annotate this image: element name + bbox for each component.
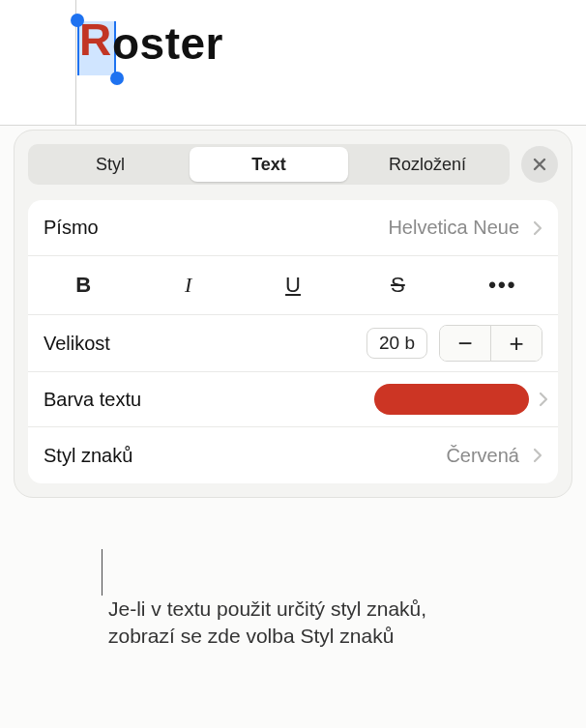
segmented-control: Styl Text Rozložení <box>28 144 510 185</box>
size-row: Velikost 20 b − + <box>28 315 558 372</box>
document-area: R oster <box>0 0 586 126</box>
font-row[interactable]: Písmo Helvetica Neue <box>28 200 558 256</box>
format-buttons-row: B I U S ••• <box>28 256 558 315</box>
strikethrough-button[interactable]: S <box>348 264 447 306</box>
underline-button[interactable]: U <box>244 264 342 306</box>
char-style-row[interactable]: Styl znaků Červená <box>28 427 558 483</box>
size-stepper: − + <box>439 325 542 362</box>
format-panel: Styl Text Rozložení Písmo Helvetica Neue… <box>14 130 572 498</box>
chevron-right-icon <box>539 392 548 407</box>
text-color-swatch[interactable] <box>374 384 529 415</box>
tab-text[interactable]: Text <box>190 147 348 182</box>
chevron-right-icon <box>533 448 542 463</box>
document-title-rest[interactable]: oster <box>112 17 223 70</box>
callout-leader-line <box>102 549 103 596</box>
font-label: Písmo <box>44 217 99 239</box>
callout-text: Je-li v textu použit určitý styl znaků, … <box>108 596 466 651</box>
format-card: Písmo Helvetica Neue B I U S ••• Velikos… <box>28 200 558 483</box>
text-color-label: Barva textu <box>44 389 141 411</box>
size-increase-button[interactable]: + <box>491 326 542 361</box>
selected-character[interactable]: R <box>79 14 111 66</box>
tab-style[interactable]: Styl <box>31 147 190 182</box>
panel-tabbar: Styl Text Rozložení <box>28 144 558 185</box>
bold-button[interactable]: B <box>34 264 132 306</box>
size-label: Velikost <box>44 333 110 355</box>
more-format-button[interactable]: ••• <box>454 264 552 306</box>
char-style-label: Styl znaků <box>44 445 132 467</box>
font-value: Helvetica Neue <box>388 217 519 239</box>
close-icon <box>532 157 547 172</box>
char-style-value: Červená <box>446 445 519 467</box>
chevron-right-icon <box>533 220 542 236</box>
italic-button[interactable]: I <box>138 264 237 306</box>
close-button[interactable] <box>521 146 558 183</box>
size-decrease-button[interactable]: − <box>440 326 490 361</box>
selection-handle-start[interactable] <box>71 14 84 27</box>
selection-handle-end[interactable] <box>110 72 124 85</box>
tab-layout[interactable]: Rozložení <box>348 147 507 182</box>
text-color-row[interactable]: Barva textu <box>28 372 558 427</box>
size-value[interactable]: 20 b <box>366 328 427 359</box>
